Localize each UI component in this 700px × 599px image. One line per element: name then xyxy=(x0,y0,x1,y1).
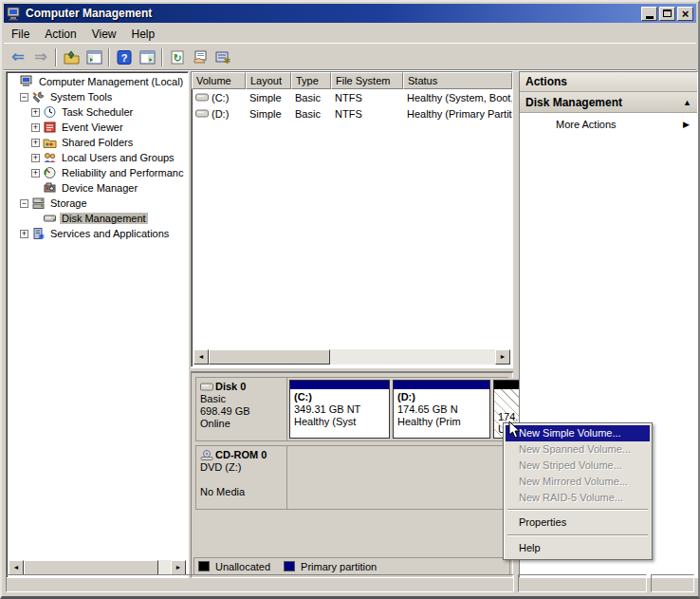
cdrom-media: No Media xyxy=(200,486,283,498)
status-cell xyxy=(6,574,514,592)
partition-d[interactable]: (D:) 174.65 GB N Healthy (Prim xyxy=(393,380,490,439)
volume-row-c[interactable]: (C:) Simple Basic NTFS Healthy (System, … xyxy=(192,89,512,105)
tree-item-device-manager[interactable]: Device Manager xyxy=(9,180,186,196)
volume-icon xyxy=(195,93,209,102)
disk-settings-button[interactable]: ✱ xyxy=(212,47,234,68)
actions-section-disk-management[interactable]: Disk Management ▲ xyxy=(520,92,697,113)
disk0-header[interactable]: Disk 0 Basic 698.49 GB Online xyxy=(196,378,287,440)
partition-c[interactable]: (C:) 349.31 GB NT Healthy (Syst xyxy=(289,380,390,439)
close-button[interactable] xyxy=(677,7,693,21)
task-scheduler-icon xyxy=(43,105,57,119)
primary-partition-bar xyxy=(394,381,489,389)
column-header-file-system[interactable]: File System xyxy=(331,72,403,89)
menu-item-new-raid5-volume: New RAID-5 Volume... xyxy=(506,490,650,506)
tree-item-local-users-and-groups[interactable]: Local Users and Groups xyxy=(9,150,186,165)
tree-horizontal-scrollbar[interactable] xyxy=(9,560,186,575)
computer-icon xyxy=(20,75,34,88)
expand-icon[interactable] xyxy=(31,123,40,132)
tree-item-reliability-and-performance[interactable]: Reliability and Performanc xyxy=(9,165,186,180)
scroll-left-icon[interactable] xyxy=(193,349,209,365)
console-tree-pane: Computer Management (Local) System Tools… xyxy=(6,71,189,578)
unallocated-swatch xyxy=(198,561,210,571)
expand-icon[interactable] xyxy=(31,108,40,117)
expand-icon[interactable] xyxy=(31,139,40,147)
refresh-icon: ↻ xyxy=(170,50,185,65)
expand-icon[interactable] xyxy=(31,154,40,162)
tree-item-shared-folders[interactable]: Shared Folders xyxy=(9,135,186,150)
toolbar: ⇐ ⇒ ? xyxy=(4,45,696,70)
scroll-left-icon[interactable] xyxy=(9,560,24,575)
tree-item-storage[interactable]: Storage xyxy=(9,196,186,211)
volume-list-pane: Volume Layout Type File System Status (C… xyxy=(191,71,513,367)
expand-icon[interactable] xyxy=(31,169,40,178)
forward-button[interactable]: ⇒ xyxy=(29,47,52,68)
disk-graphical-pane: Disk 0 Basic 698.49 GB Online (C:) 349.3… xyxy=(191,372,513,578)
help-button[interactable]: ? xyxy=(113,47,136,68)
column-header-volume[interactable]: Volume xyxy=(192,72,246,89)
device-manager-icon xyxy=(43,181,57,195)
properties-button[interactable] xyxy=(189,47,212,68)
status-cell xyxy=(651,574,694,592)
forward-icon: ⇒ xyxy=(34,49,46,65)
scroll-right-icon[interactable] xyxy=(171,560,186,575)
scroll-right-icon[interactable] xyxy=(495,349,510,365)
volume-list-horizontal-scrollbar[interactable] xyxy=(193,349,510,365)
computer-management-window: Computer Management File Action View Hel… xyxy=(0,0,700,599)
system-tools-icon xyxy=(31,90,46,103)
menu-item-properties[interactable]: Properties xyxy=(506,513,650,532)
back-button[interactable]: ⇐ xyxy=(7,47,29,68)
disk0-status: Online xyxy=(200,418,283,430)
menu-item-new-mirrored-volume: New Mirrored Volume... xyxy=(506,474,650,490)
menu-view[interactable]: View xyxy=(84,25,124,44)
tree-item-event-viewer[interactable]: Event Viewer xyxy=(9,120,186,135)
primary-partition-swatch xyxy=(284,561,295,571)
scroll-thumb[interactable] xyxy=(209,349,330,365)
context-menu: New Simple Volume... New Spanned Volume.… xyxy=(503,422,653,560)
disk-icon xyxy=(200,383,213,391)
menu-item-help[interactable]: Help xyxy=(506,538,650,557)
menu-file[interactable]: File xyxy=(4,25,37,44)
menu-action[interactable]: Action xyxy=(37,25,83,44)
minimize-button[interactable] xyxy=(641,7,657,21)
tree-item-task-scheduler[interactable]: Task Scheduler xyxy=(9,104,186,120)
help-icon: ? xyxy=(117,50,132,65)
collapse-icon[interactable] xyxy=(20,199,28,208)
column-header-layout[interactable]: Layout xyxy=(246,72,291,89)
cdrom-header[interactable]: CD-ROM 0 DVD (Z:) No Media xyxy=(196,446,287,509)
volume-icon xyxy=(195,109,209,118)
expand-icon[interactable] xyxy=(20,230,28,238)
services-icon: ✱ xyxy=(31,227,46,240)
volume-row-d[interactable]: (D:) Simple Basic NTFS Healthy (Primary … xyxy=(192,105,512,122)
selected-tree-label: Disk Management xyxy=(60,213,148,224)
column-header-status[interactable]: Status xyxy=(403,72,512,89)
flyout-arrow-icon: ▶ xyxy=(683,120,690,129)
column-header-type[interactable]: Type xyxy=(291,72,331,89)
window-title: Computer Management xyxy=(26,7,639,20)
tree-item-services-and-applications[interactable]: ✱ Services and Applications xyxy=(9,226,186,241)
show-action-pane-icon xyxy=(139,50,156,65)
collapse-icon[interactable] xyxy=(20,93,28,102)
scroll-thumb[interactable] xyxy=(24,560,158,575)
legend-unallocated-label: Unallocated xyxy=(215,561,270,572)
disk0-type: Basic xyxy=(200,393,283,405)
collapse-chevron-icon[interactable]: ▲ xyxy=(683,98,691,107)
show-console-tree-button[interactable] xyxy=(83,47,105,68)
tree-item-computer-management[interactable]: Computer Management (Local) xyxy=(9,74,186,89)
up-folder-icon xyxy=(64,50,80,65)
tree-item-disk-management[interactable]: Disk Management xyxy=(9,211,186,226)
menu-separator xyxy=(507,534,648,535)
refresh-button[interactable]: ↻ xyxy=(166,47,189,68)
cdrom-empty-area xyxy=(287,446,507,509)
title-bar[interactable]: Computer Management xyxy=(4,4,696,23)
more-actions-item[interactable]: More Actions ▶ xyxy=(520,113,697,136)
show-action-pane-button[interactable] xyxy=(136,47,158,68)
partition-legend: Unallocated Primary partition xyxy=(193,557,510,575)
menu-item-new-simple-volume[interactable]: New Simple Volume... xyxy=(506,425,650,441)
up-folder-button[interactable] xyxy=(60,47,83,68)
legend-primary-label: Primary partition xyxy=(301,561,377,572)
toolbar-separator xyxy=(55,48,57,66)
volume-list-header: Volume Layout Type File System Status xyxy=(192,72,512,89)
menu-help[interactable]: Help xyxy=(124,25,163,44)
tree-item-system-tools[interactable]: System Tools xyxy=(9,89,186,104)
maximize-button[interactable] xyxy=(659,7,675,21)
